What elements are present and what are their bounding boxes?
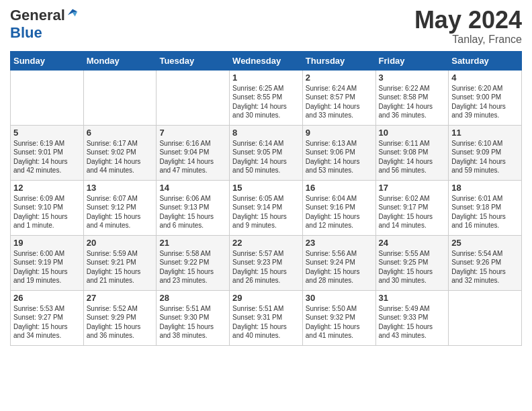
day-info: Sunrise: 6:01 AMSunset: 9:18 PMDaylight:…	[451, 194, 519, 230]
day-info: Sunrise: 5:51 AMSunset: 9:30 PMDaylight:…	[159, 304, 226, 340]
day-info: Sunrise: 5:56 AMSunset: 9:24 PMDaylight:…	[306, 249, 373, 285]
calendar-cell: 31Sunrise: 5:49 AMSunset: 9:33 PMDayligh…	[375, 290, 449, 345]
day-info: Sunrise: 5:55 AMSunset: 9:25 PMDaylight:…	[379, 249, 446, 285]
calendar-cell	[157, 70, 230, 125]
day-info: Sunrise: 5:50 AMSunset: 9:32 PMDaylight:…	[306, 304, 373, 340]
header: General Blue May 2024 Tanlay, France	[10, 7, 522, 46]
day-info: Sunrise: 5:57 AMSunset: 9:23 PMDaylight:…	[232, 249, 300, 285]
calendar-cell: 13Sunrise: 6:07 AMSunset: 9:12 PMDayligh…	[83, 180, 157, 235]
page: General Blue May 2024 Tanlay, France Sun…	[0, 0, 532, 356]
day-info: Sunrise: 6:09 AMSunset: 9:10 PMDaylight:…	[13, 194, 81, 230]
day-number: 4	[451, 73, 519, 83]
day-info: Sunrise: 6:02 AMSunset: 9:17 PMDaylight:…	[379, 194, 446, 230]
calendar-cell: 9Sunrise: 6:13 AMSunset: 9:06 PMDaylight…	[302, 125, 375, 180]
day-number: 3	[379, 73, 446, 83]
month-title: May 2024	[414, 7, 522, 34]
day-number: 26	[13, 293, 81, 303]
day-number: 22	[232, 238, 300, 248]
day-number: 29	[232, 293, 300, 303]
calendar-cell: 25Sunrise: 5:54 AMSunset: 9:26 PMDayligh…	[449, 235, 522, 290]
day-info: Sunrise: 6:19 AMSunset: 9:01 PMDaylight:…	[13, 139, 81, 175]
weekday-header-tuesday: Tuesday	[157, 51, 230, 70]
calendar: SundayMondayTuesdayWednesdayThursdayFrid…	[10, 51, 522, 346]
calendar-cell: 5Sunrise: 6:19 AMSunset: 9:01 PMDaylight…	[11, 125, 84, 180]
calendar-cell	[11, 70, 84, 125]
day-number: 25	[451, 238, 519, 248]
calendar-cell: 23Sunrise: 5:56 AMSunset: 9:24 PMDayligh…	[302, 235, 375, 290]
logo-bird-icon	[66, 7, 79, 19]
day-info: Sunrise: 5:58 AMSunset: 9:22 PMDaylight:…	[159, 249, 226, 285]
calendar-cell: 30Sunrise: 5:50 AMSunset: 9:32 PMDayligh…	[302, 290, 375, 345]
calendar-cell: 4Sunrise: 6:20 AMSunset: 9:00 PMDaylight…	[449, 70, 522, 125]
calendar-cell: 10Sunrise: 6:11 AMSunset: 9:08 PMDayligh…	[375, 125, 449, 180]
day-info: Sunrise: 5:59 AMSunset: 9:21 PMDaylight:…	[87, 249, 154, 285]
logo: General Blue	[10, 7, 79, 42]
calendar-cell: 12Sunrise: 6:09 AMSunset: 9:10 PMDayligh…	[11, 180, 84, 235]
calendar-cell: 16Sunrise: 6:04 AMSunset: 9:16 PMDayligh…	[302, 180, 375, 235]
calendar-cell	[449, 290, 522, 345]
day-info: Sunrise: 6:25 AMSunset: 8:55 PMDaylight:…	[232, 84, 300, 120]
day-info: Sunrise: 5:49 AMSunset: 9:33 PMDaylight:…	[379, 304, 446, 340]
day-number: 13	[87, 183, 154, 193]
day-info: Sunrise: 6:20 AMSunset: 9:00 PMDaylight:…	[451, 84, 519, 120]
day-number: 6	[87, 128, 154, 138]
calendar-cell: 14Sunrise: 6:06 AMSunset: 9:13 PMDayligh…	[157, 180, 230, 235]
day-info: Sunrise: 6:00 AMSunset: 9:19 PMDaylight:…	[13, 249, 81, 285]
day-number: 5	[13, 128, 81, 138]
weekday-header-monday: Monday	[83, 51, 157, 70]
calendar-cell: 2Sunrise: 6:24 AMSunset: 8:57 PMDaylight…	[302, 70, 375, 125]
weekday-header-sunday: Sunday	[11, 51, 84, 70]
day-info: Sunrise: 6:05 AMSunset: 9:14 PMDaylight:…	[232, 194, 300, 230]
calendar-cell: 29Sunrise: 5:51 AMSunset: 9:31 PMDayligh…	[230, 290, 303, 345]
day-info: Sunrise: 6:22 AMSunset: 8:58 PMDaylight:…	[379, 84, 446, 120]
day-number: 19	[13, 238, 81, 248]
day-number: 16	[306, 183, 373, 193]
weekday-header-friday: Friday	[375, 51, 449, 70]
day-number: 14	[159, 183, 226, 193]
calendar-cell: 22Sunrise: 5:57 AMSunset: 9:23 PMDayligh…	[230, 235, 303, 290]
logo-general-text: General	[10, 7, 65, 24]
calendar-cell: 24Sunrise: 5:55 AMSunset: 9:25 PMDayligh…	[375, 235, 449, 290]
day-info: Sunrise: 5:52 AMSunset: 9:29 PMDaylight:…	[87, 304, 154, 340]
day-number: 31	[379, 293, 446, 303]
day-number: 24	[379, 238, 446, 248]
day-info: Sunrise: 6:14 AMSunset: 9:05 PMDaylight:…	[232, 139, 300, 175]
weekday-header-thursday: Thursday	[302, 51, 375, 70]
day-info: Sunrise: 5:51 AMSunset: 9:31 PMDaylight:…	[232, 304, 300, 340]
day-number: 10	[379, 128, 446, 138]
day-info: Sunrise: 6:06 AMSunset: 9:13 PMDaylight:…	[159, 194, 226, 230]
day-number: 27	[87, 293, 154, 303]
calendar-cell: 7Sunrise: 6:16 AMSunset: 9:04 PMDaylight…	[157, 125, 230, 180]
calendar-cell: 6Sunrise: 6:17 AMSunset: 9:02 PMDaylight…	[83, 125, 157, 180]
day-number: 2	[306, 73, 373, 83]
calendar-cell: 11Sunrise: 6:10 AMSunset: 9:09 PMDayligh…	[449, 125, 522, 180]
calendar-cell: 17Sunrise: 6:02 AMSunset: 9:17 PMDayligh…	[375, 180, 449, 235]
title-section: May 2024 Tanlay, France	[414, 7, 522, 46]
day-info: Sunrise: 6:16 AMSunset: 9:04 PMDaylight:…	[159, 139, 226, 175]
day-number: 23	[306, 238, 373, 248]
day-info: Sunrise: 6:13 AMSunset: 9:06 PMDaylight:…	[306, 139, 373, 175]
day-info: Sunrise: 6:24 AMSunset: 8:57 PMDaylight:…	[306, 84, 373, 120]
calendar-cell: 1Sunrise: 6:25 AMSunset: 8:55 PMDaylight…	[230, 70, 303, 125]
day-number: 1	[232, 73, 300, 83]
calendar-cell: 19Sunrise: 6:00 AMSunset: 9:19 PMDayligh…	[11, 235, 84, 290]
logo-blue-text: Blue	[10, 24, 42, 42]
day-number: 15	[232, 183, 300, 193]
day-number: 12	[13, 183, 81, 193]
day-info: Sunrise: 6:10 AMSunset: 9:09 PMDaylight:…	[451, 139, 519, 175]
calendar-cell: 26Sunrise: 5:53 AMSunset: 9:27 PMDayligh…	[11, 290, 84, 345]
location: Tanlay, France	[414, 34, 522, 46]
calendar-cell: 18Sunrise: 6:01 AMSunset: 9:18 PMDayligh…	[449, 180, 522, 235]
day-info: Sunrise: 6:04 AMSunset: 9:16 PMDaylight:…	[306, 194, 373, 230]
day-number: 8	[232, 128, 300, 138]
calendar-cell: 15Sunrise: 6:05 AMSunset: 9:14 PMDayligh…	[230, 180, 303, 235]
day-number: 28	[159, 293, 226, 303]
calendar-cell: 3Sunrise: 6:22 AMSunset: 8:58 PMDaylight…	[375, 70, 449, 125]
weekday-header-saturday: Saturday	[449, 51, 522, 70]
day-number: 18	[451, 183, 519, 193]
weekday-header-wednesday: Wednesday	[230, 51, 303, 70]
calendar-cell	[83, 70, 157, 125]
calendar-cell: 8Sunrise: 6:14 AMSunset: 9:05 PMDaylight…	[230, 125, 303, 180]
day-info: Sunrise: 5:54 AMSunset: 9:26 PMDaylight:…	[451, 249, 519, 285]
calendar-cell: 20Sunrise: 5:59 AMSunset: 9:21 PMDayligh…	[83, 235, 157, 290]
